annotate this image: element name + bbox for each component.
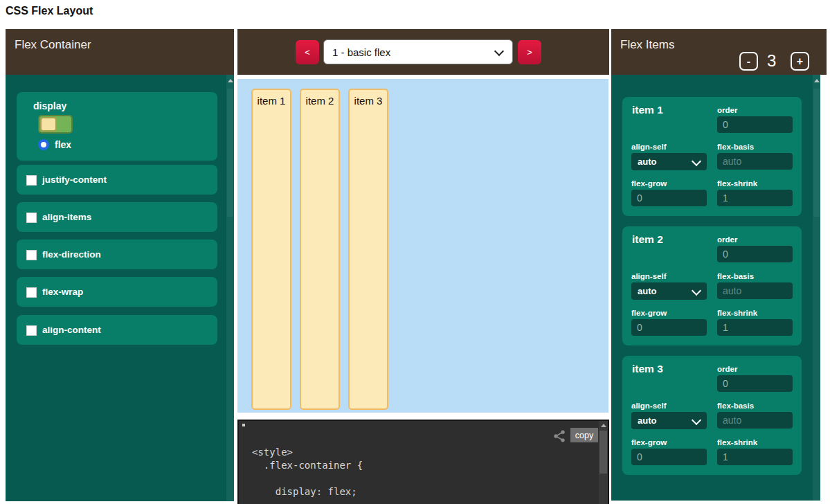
scrollbar-thumb[interactable] bbox=[227, 89, 233, 217]
right-panel-scrollbar[interactable] bbox=[813, 75, 820, 501]
align-self-label: align-self bbox=[631, 143, 666, 151]
flex-grow-input[interactable] bbox=[631, 190, 707, 206]
flex-direction-label: flex-direction bbox=[42, 249, 101, 260]
flex-shrink-label: flex-shrink bbox=[717, 438, 757, 447]
align-self-label: align-self bbox=[631, 402, 666, 410]
align-items-label: align-items bbox=[42, 212, 91, 222]
remove-item-button[interactable]: - bbox=[739, 52, 758, 71]
flex-basis-label: flex-basis bbox=[717, 272, 754, 280]
order-input[interactable] bbox=[717, 116, 793, 133]
share-icon[interactable] bbox=[552, 429, 566, 443]
example-select[interactable]: 1 - basic flex bbox=[323, 39, 513, 64]
display-flex-radio[interactable] bbox=[38, 139, 49, 150]
display-card: display flex bbox=[17, 92, 217, 161]
justify-content-checkbox[interactable] bbox=[26, 175, 37, 186]
order-input[interactable] bbox=[717, 246, 793, 262]
flex-grow-label: flex-grow bbox=[631, 438, 667, 447]
item-1-title: item 1 bbox=[632, 104, 663, 116]
flex-items-panel-title: Flex Items bbox=[620, 38, 674, 52]
flex-container-preview: item 1 item 2 item 3 bbox=[237, 79, 608, 413]
scroll-up-icon[interactable] bbox=[601, 424, 606, 427]
flex-basis-input[interactable] bbox=[717, 282, 793, 299]
flex-shrink-input[interactable] bbox=[717, 190, 793, 206]
previous-example-button[interactable]: < bbox=[296, 40, 319, 64]
flex-items-panel-body: item 1 order align-self auto flex-basis … bbox=[611, 75, 820, 501]
flex-container-panel-header: Flex Container bbox=[6, 29, 234, 75]
item-2-card: item 2 order align-self auto flex-basis … bbox=[622, 226, 802, 345]
align-items-checkbox[interactable] bbox=[26, 213, 37, 223]
flex-shrink-input[interactable] bbox=[717, 319, 793, 336]
align-self-label: align-self bbox=[631, 272, 666, 280]
flex-basis-input[interactable] bbox=[717, 153, 793, 170]
order-label: order bbox=[717, 235, 737, 244]
code-bullet-icon bbox=[242, 424, 245, 426]
example-selector-bar: < 1 - basic flex > bbox=[237, 29, 609, 75]
order-input[interactable] bbox=[717, 375, 793, 392]
flex-wrap-checkbox[interactable] bbox=[26, 287, 37, 298]
item-3-title: item 3 bbox=[632, 363, 663, 375]
flex-item-1: item 1 bbox=[251, 89, 291, 410]
property-card-flex-wrap: flex-wrap bbox=[17, 277, 217, 307]
flex-shrink-input[interactable] bbox=[717, 449, 793, 465]
property-card-flex-direction: flex-direction bbox=[17, 240, 217, 269]
page-title: CSS Flex Layout bbox=[6, 5, 93, 17]
align-self-select[interactable]: auto bbox=[631, 282, 707, 300]
left-panel-scrollbar[interactable] bbox=[226, 75, 234, 501]
flex-basis-input[interactable] bbox=[717, 412, 793, 429]
align-content-label: align-content bbox=[42, 325, 101, 335]
flex-shrink-label: flex-shrink bbox=[717, 179, 757, 188]
flex-direction-checkbox[interactable] bbox=[26, 250, 37, 260]
flex-container-panel-body: display flex justify-content align-items… bbox=[6, 75, 234, 501]
order-label: order bbox=[717, 106, 737, 114]
flex-container-panel-title: Flex Container bbox=[15, 38, 91, 52]
display-flex-radio-label: flex bbox=[55, 139, 71, 150]
item-1-card: item 1 order align-self auto flex-basis … bbox=[622, 97, 802, 216]
code-panel: <style> .flex-container { display: flex;… bbox=[237, 420, 609, 504]
code-scrollbar[interactable] bbox=[599, 421, 608, 504]
copy-button[interactable]: copy bbox=[570, 428, 598, 442]
property-card-align-items: align-items bbox=[17, 202, 217, 232]
item-2-title: item 2 bbox=[632, 233, 663, 246]
flex-grow-input[interactable] bbox=[631, 319, 707, 336]
property-card-justify-content: justify-content bbox=[17, 165, 217, 195]
flex-basis-label: flex-basis bbox=[717, 402, 754, 410]
next-example-button[interactable]: > bbox=[518, 40, 541, 64]
flex-grow-label: flex-grow bbox=[631, 179, 667, 188]
item-3-card: item 3 order align-self auto flex-basis … bbox=[622, 356, 802, 475]
scroll-up-icon[interactable] bbox=[228, 79, 233, 82]
align-self-select[interactable]: auto bbox=[631, 412, 707, 429]
scrollbar-thumb[interactable] bbox=[599, 431, 607, 474]
property-card-align-content: align-content bbox=[17, 315, 217, 345]
justify-content-label: justify-content bbox=[42, 174, 107, 185]
flex-shrink-label: flex-shrink bbox=[717, 309, 757, 317]
order-label: order bbox=[717, 365, 737, 373]
flex-wrap-label: flex-wrap bbox=[42, 287, 83, 297]
display-label: display bbox=[33, 100, 66, 111]
item-count: 3 bbox=[767, 51, 776, 71]
flex-container-panel: Flex Container display flex justify-cont… bbox=[6, 29, 234, 501]
flex-basis-label: flex-basis bbox=[717, 143, 754, 151]
toggle-knob-icon bbox=[40, 117, 57, 132]
flex-item-3: item 3 bbox=[348, 89, 388, 410]
align-self-select[interactable]: auto bbox=[631, 153, 707, 170]
flex-items-panel: Flex Items - 3 + item 1 order align-self… bbox=[611, 29, 827, 501]
scrollbar-thumb[interactable] bbox=[813, 89, 820, 217]
display-toggle[interactable] bbox=[38, 115, 73, 134]
flex-item-2: item 2 bbox=[300, 89, 340, 410]
add-item-button[interactable]: + bbox=[791, 52, 809, 71]
scroll-up-icon[interactable] bbox=[814, 79, 820, 82]
flex-items-panel-header: Flex Items - 3 + bbox=[611, 29, 827, 75]
flex-grow-label: flex-grow bbox=[631, 309, 667, 317]
align-content-checkbox[interactable] bbox=[26, 325, 37, 336]
flex-grow-input[interactable] bbox=[631, 449, 707, 465]
code-text: <style> .flex-container { display: flex; bbox=[252, 446, 363, 498]
